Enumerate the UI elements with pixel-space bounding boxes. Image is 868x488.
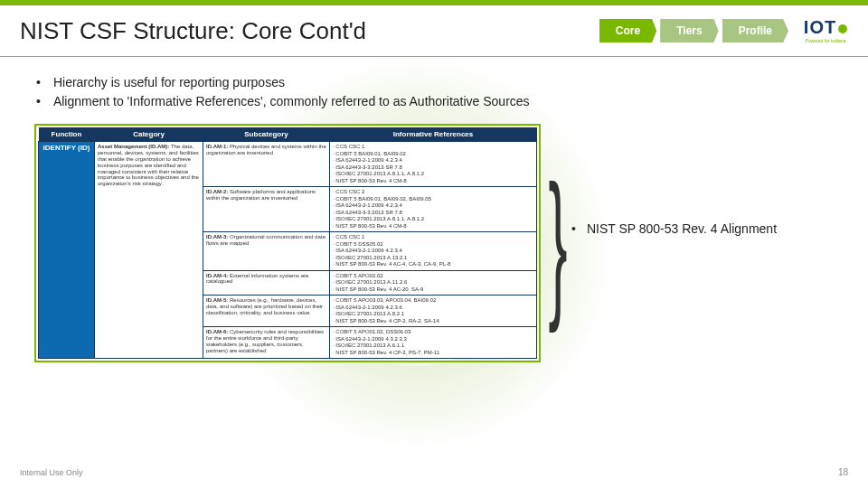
nav-profile: Profile — [722, 19, 788, 42]
refs-cell: · COBIT 5 APO01.02, DSS06.03· ISA 62443-… — [330, 327, 537, 359]
refs-cell: · CCS CSC 2· COBIT 5 BAI09.01, BAI09.02,… — [330, 187, 537, 232]
nav-pills: Core Tiers Profile — [599, 19, 788, 42]
nav-tiers: Tiers — [660, 19, 718, 42]
th-category: Category — [95, 127, 203, 142]
subcategory-cell: ID.AM-2: Software platforms and applicat… — [203, 187, 330, 232]
page-number: 18 — [838, 467, 848, 477]
bullet-1: Hierarchy is useful for reporting purpos… — [36, 73, 839, 92]
subcategory-cell: ID.AM-6: Cybersecurity roles and respons… — [203, 327, 330, 359]
subcategory-cell: ID.AM-3: Organizational communication an… — [203, 232, 330, 271]
th-subcategory: Subcategory — [203, 127, 330, 142]
header: NIST CSF Structure: Core Cont'd Core Tie… — [0, 5, 868, 57]
brace-icon: } — [555, 124, 561, 362]
th-refs: Informative References — [330, 127, 537, 142]
subcategory-cell: ID.AM-1: Physical devices and systems wi… — [203, 142, 330, 187]
logo-sub: Powered for Indiana — [806, 38, 846, 43]
callout-text: NIST SP 800-53 Rev. 4 Alignment — [571, 221, 777, 236]
csf-table: Function Category Subcategory Informativ… — [34, 124, 541, 362]
subcategory-cell: ID.AM-4: External information systems ar… — [203, 270, 330, 296]
bullet-2: Alignment to 'Informative References', c… — [36, 92, 839, 111]
footer-classification: Internal Use Only — [20, 468, 83, 477]
refs-cell: · COBIT 5 APO02.02· ISO/IEC 27001:2013 A… — [330, 270, 537, 296]
logo-text: IOT — [804, 17, 836, 37]
page-title: NIST CSF Structure: Core Cont'd — [20, 17, 366, 45]
refs-cell: · CCS CSC 1· COBIT 5 BAI09.01, BAI09.02·… — [330, 142, 537, 187]
bullet-list: Hierarchy is useful for reporting purpos… — [29, 73, 839, 111]
th-function: Function — [39, 127, 95, 142]
refs-cell: · CCS CSC 1· COBIT 5 DSS05.02· ISA 62443… — [330, 232, 537, 271]
subcategory-cell: ID.AM-5: Resources (e.g., hardware, devi… — [203, 296, 330, 327]
category-cell: Asset Management (ID.AM): The data, pers… — [95, 142, 203, 359]
function-cell: IDENTIFY (ID) — [39, 142, 95, 359]
logo: IOT Powered for Indiana — [799, 13, 852, 49]
nav-core: Core — [599, 19, 656, 42]
refs-cell: · COBIT 5 APO03.03, APO03.04, BAI09.02· … — [330, 296, 537, 327]
